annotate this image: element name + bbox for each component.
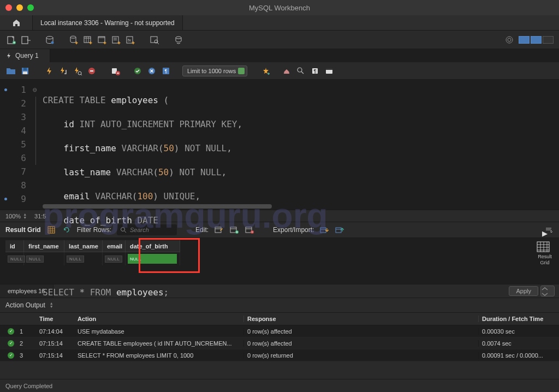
svg-rect-19 (23, 72, 27, 74)
svg-point-14 (176, 37, 181, 39)
line-number: 5 (0, 138, 33, 151)
statusbar: Query Completed (0, 379, 559, 392)
svg-point-15 (506, 37, 513, 43)
beautify-icon[interactable] (260, 66, 271, 76)
toggle-right-panel[interactable] (543, 36, 554, 44)
line-number: 1 (0, 83, 33, 97)
svg-rect-18 (23, 68, 27, 70)
svg-rect-2 (22, 37, 28, 44)
status-ok-icon: ✓ (8, 328, 14, 335)
save-file-icon[interactable] (20, 66, 31, 76)
inspector-icon[interactable] (44, 34, 56, 46)
limit-rows-label: Limit to 1000 rows (187, 68, 236, 74)
create-function-icon[interactable]: fx (124, 34, 136, 46)
panel-toggle-group (519, 36, 554, 44)
window-titlebar: MySQL Workbench (0, 0, 559, 15)
svg-point-35 (121, 228, 125, 231)
column-header[interactable]: id (5, 240, 24, 252)
open-sql-icon[interactable] (20, 34, 32, 46)
result-grid-view-button[interactable]: Result Grid (536, 239, 554, 266)
window-title: MySQL Workbench (249, 4, 310, 12)
query-tabbar: Query 1 (0, 49, 559, 62)
toggle-bottom-panel[interactable] (531, 36, 542, 44)
create-procedure-icon[interactable] (110, 34, 122, 46)
column-header[interactable]: first_name (24, 240, 64, 252)
svg-rect-12 (151, 37, 157, 43)
toggle-invisible-icon[interactable] (295, 66, 306, 76)
toggle-left-panel[interactable] (519, 36, 530, 44)
result-grid-label: Result Grid (5, 226, 41, 234)
search-table-icon[interactable] (148, 34, 160, 46)
settings-icon[interactable] (503, 34, 515, 46)
output-row-action: USE mydatabase (74, 328, 243, 335)
column-header[interactable]: email (103, 240, 126, 252)
commit-icon[interactable] (132, 66, 143, 76)
output-type-label[interactable]: Action Output (5, 301, 45, 309)
svg-point-4 (51, 41, 54, 44)
fold-gutter: ⊖ (33, 80, 43, 210)
svg-point-3 (46, 36, 53, 39)
svg-text:¶: ¶ (314, 68, 317, 74)
create-schema-icon[interactable] (68, 34, 80, 46)
search-icon (120, 227, 127, 233)
snippets-icon[interactable] (324, 66, 335, 76)
null-value: NULL (8, 256, 25, 263)
selected-cell[interactable]: NULL (128, 254, 177, 264)
output-row[interactable]: ✓ 2 07:15:14 CREATE TABLE employees ( id… (0, 337, 559, 349)
create-table-icon[interactable] (82, 34, 94, 46)
zoom-level[interactable]: 100% (5, 213, 21, 219)
svg-rect-33 (326, 68, 332, 70)
svg-rect-8 (98, 37, 105, 38)
create-view-icon[interactable] (96, 34, 108, 46)
output-row-index: 2 (20, 340, 36, 347)
output-row-index: 3 (20, 352, 36, 359)
svg-text:fx: fx (128, 38, 131, 43)
svg-rect-6 (84, 37, 91, 43)
home-icon (12, 19, 21, 27)
minimize-window-button[interactable] (16, 4, 23, 11)
explain-icon[interactable] (72, 66, 83, 76)
limit-rows-dropdown[interactable]: Limit to 1000 rows (182, 66, 247, 76)
output-row-time: 07:15:14 (36, 352, 74, 359)
main-toolbar: fx (0, 31, 559, 49)
lightning-icon (5, 52, 12, 59)
find-icon[interactable] (281, 66, 292, 76)
rollback-icon[interactable] (146, 66, 157, 76)
editor-horizontal-scrollbar[interactable] (43, 204, 554, 210)
expand-arrow-icon[interactable]: ▶ (542, 229, 548, 237)
result-data-table[interactable]: id NULL first_name NULL last_name NULL e… (5, 240, 180, 265)
line-number: 2 (0, 97, 33, 110)
query-tab[interactable]: Query 1 (0, 49, 50, 62)
output-row-response: 0 row(s) affected (243, 340, 478, 347)
toggle-autocommit-icon[interactable] (110, 66, 121, 76)
wrap-icon[interactable]: ¶ (310, 66, 320, 76)
result-sidebar: ▶ Result Grid (533, 229, 557, 296)
close-window-button[interactable] (5, 4, 12, 11)
output-row-time: 07:14:04 (36, 328, 74, 335)
execute-icon[interactable] (44, 66, 55, 76)
null-value: NULL (105, 256, 122, 263)
output-row-duration: 0.0074 sec (478, 340, 559, 347)
new-sql-tab-icon[interactable] (5, 34, 17, 46)
reconnect-icon[interactable] (173, 34, 185, 46)
svg-point-5 (70, 36, 76, 38)
stop-icon[interactable] (86, 66, 97, 76)
execute-current-icon[interactable] (58, 66, 69, 76)
result-grid-area: id NULL first_name NULL last_name NULL e… (0, 238, 559, 284)
column-header[interactable]: last_name (64, 240, 103, 252)
line-number: 8 (0, 179, 33, 192)
column-header[interactable]: date_of_birth (126, 240, 180, 252)
toggle-whitespace-icon[interactable]: ¶ (160, 66, 171, 76)
open-file-icon[interactable] (5, 66, 16, 76)
output-row[interactable]: ✓ 1 07:14:04 USE mydatabase 0 row(s) aff… (0, 325, 559, 337)
null-value: NULL (67, 256, 84, 263)
sql-editor[interactable]: 1 2 3 4 5 6 7 8 9 ⊖ CREATE TABLE employe… (0, 80, 559, 210)
home-tab[interactable] (0, 15, 33, 30)
status-message: Query Completed (5, 383, 52, 389)
result-nav-arrows[interactable] (541, 287, 549, 296)
output-row[interactable]: ✓ 3 07:15:14 SELECT * FROM employees LIM… (0, 349, 559, 361)
svg-point-16 (508, 38, 511, 41)
connection-tab[interactable]: Local instance 3306 - Warning - not supp… (33, 15, 183, 30)
maximize-window-button[interactable] (27, 4, 34, 11)
line-number-gutter: 1 2 3 4 5 6 7 8 9 (0, 80, 33, 210)
